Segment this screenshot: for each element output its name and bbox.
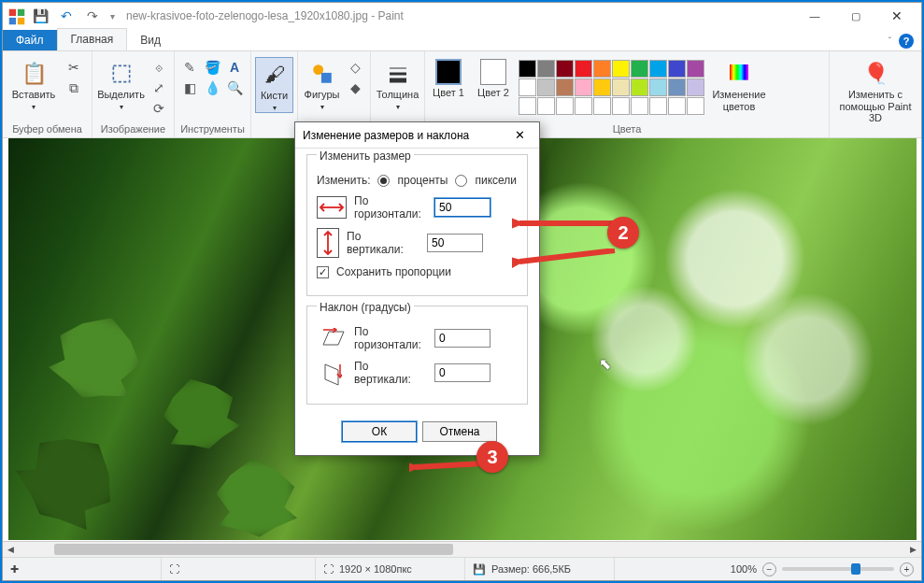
maximize-button[interactable]: ▢ [835,3,876,29]
resize-horizontal-input[interactable] [434,198,490,217]
eraser-icon[interactable]: ◧ [178,78,201,98]
palette-cell[interactable] [537,78,555,96]
paste-button[interactable]: 📋 Вставить ▾ [7,57,61,111]
percent-radio[interactable] [377,175,390,187]
palette-cell-empty[interactable] [593,97,611,115]
palette-cell-empty[interactable] [649,97,667,115]
select-icon [107,59,136,89]
resize-skew-dialog: Изменение размеров и наклона ✕ Изменить … [294,121,540,456]
paint3d-group: 🎈 Изменить с помощью Paint 3D [830,51,921,137]
palette-cell[interactable] [593,78,611,96]
palette-cell[interactable] [556,78,574,96]
scroll-thumb[interactable] [54,544,453,555]
dialog-close-button[interactable]: ✕ [507,125,532,146]
palette-cell[interactable] [556,60,574,78]
scroll-right-icon[interactable]: ▶ [905,542,921,557]
shapes-button[interactable]: Фигуры ▾ [302,57,342,111]
resize-vertical-input[interactable] [427,234,483,252]
palette-cell[interactable] [612,78,630,96]
image-group-label: Изображение [96,121,170,137]
copy-icon[interactable]: ⧉ [63,78,85,98]
palette-cell[interactable] [593,60,611,78]
paint3d-button[interactable]: 🎈 Изменить с помощью Paint 3D [833,57,917,124]
view-tab[interactable]: Вид [127,30,174,50]
palette-cell[interactable] [631,60,648,78]
color2-button[interactable]: Цвет 2 [474,57,513,98]
skew-vertical-input[interactable] [434,363,490,382]
zoom-in-button[interactable]: + [900,562,914,576]
minimize-button[interactable]: — [794,3,835,29]
aspect-ratio-checkbox[interactable]: ✓ [317,266,329,278]
skew-horizontal-input[interactable] [434,329,490,348]
select-button[interactable]: Выделить ▾ [96,57,146,111]
palette-cell-empty[interactable] [687,97,704,115]
palette-cell-empty[interactable] [556,97,574,115]
pencil-icon[interactable]: ✎ [178,57,201,78]
window-title: new-krasivoe-foto-zelenogo-lesa_1920x108… [126,9,794,22]
palette-cell[interactable] [631,78,648,96]
shape-outline-icon[interactable]: ◇ [344,57,366,78]
shapes-label: Фигуры [305,89,340,101]
skew-fieldset: Наклон (градусы) По горизонтали: По верт… [306,306,528,405]
resize-by-label: Изменить: [317,174,370,187]
palette-cell[interactable] [519,60,536,78]
dialog-title: Изменение размеров и наклона [303,129,469,142]
palette-cell-empty[interactable] [612,97,630,115]
ribbon-collapse-icon[interactable]: ˇ [888,36,891,47]
scroll-left-icon[interactable]: ◀ [3,542,19,557]
cancel-button[interactable]: Отмена [422,421,497,442]
close-button[interactable]: ✕ [876,3,917,29]
resize-vertical-icon [317,228,339,258]
palette-cell[interactable] [649,78,667,96]
palette-cell-empty[interactable] [631,97,648,115]
zoom-out-button[interactable]: − [762,562,776,576]
undo-icon[interactable]: ↶ [55,5,78,27]
text-icon[interactable]: A [223,57,246,78]
svg-line-19 [519,250,615,262]
brushes-group: 🖌 Кисти ▾ [251,51,298,137]
palette-cell[interactable] [575,60,592,78]
palette-cell[interactable] [687,60,704,78]
palette-cell-empty[interactable] [519,97,536,115]
palette-cell[interactable] [649,60,667,78]
window-controls: — ▢ ✕ [794,3,917,29]
palette-cell[interactable] [537,60,555,78]
palette-cell[interactable] [612,60,630,78]
palette-cell[interactable] [575,78,592,96]
magnifier-icon[interactable]: 🔍 [223,78,246,98]
brushes-button[interactable]: 🖌 Кисти ▾ [255,57,293,113]
home-tab[interactable]: Главная [57,28,128,50]
rotate-icon[interactable]: ⟳ [148,98,170,119]
skew-v-label: По вертикали: [354,360,427,386]
shape-fill-icon[interactable]: ◆ [344,78,366,98]
palette-cell-empty[interactable] [575,97,592,115]
size-button[interactable]: Толщина ▾ [375,57,420,111]
ok-button[interactable]: ОК [342,421,417,442]
filesize-icon: 💾 [473,563,486,576]
palette-cell[interactable] [668,78,686,96]
fill-icon[interactable]: 🪣 [201,57,223,78]
resize-icon[interactable]: ⤢ [148,78,170,98]
color1-button[interactable]: Цвет 1 [429,57,468,98]
titlebar: 💾 ↶ ↷ ▾ new-krasivoe-foto-zelenogo-lesa_… [3,3,921,29]
palette-cell[interactable] [668,60,686,78]
save-icon[interactable]: 💾 [29,5,51,27]
crop-icon[interactable]: ⟐ [148,57,170,78]
skew-h-label: По горизонтали: [354,325,427,351]
help-icon[interactable]: ? [899,34,914,49]
file-size: Размер: 666,5КБ [491,563,571,575]
palette-cell-empty[interactable] [668,97,686,115]
thickness-icon [383,59,413,89]
palette-cell[interactable] [687,78,704,96]
redo-icon[interactable]: ↷ [81,5,104,27]
cut-icon[interactable]: ✂ [63,57,85,78]
palette-cell-empty[interactable] [537,97,555,115]
file-tab[interactable]: Файл [3,30,57,50]
color-picker-icon[interactable]: 💧 [201,78,223,98]
horizontal-scrollbar[interactable]: ◀ ▶ [3,541,921,557]
palette-cell[interactable] [519,78,536,96]
edit-colors-button[interactable]: Изменение цветов [710,57,768,112]
pixels-radio[interactable] [455,175,467,187]
qat-dropdown-icon[interactable]: ▾ [107,11,117,21]
zoom-slider[interactable] [782,567,894,571]
